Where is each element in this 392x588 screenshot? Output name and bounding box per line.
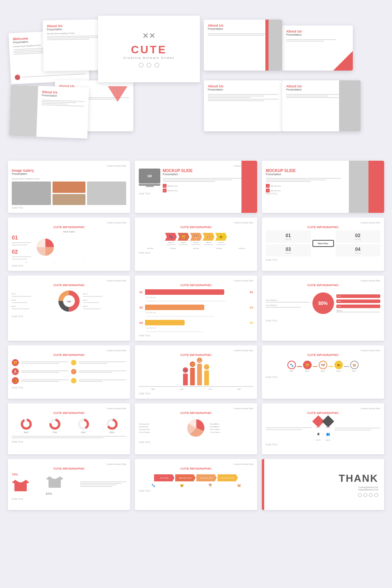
slide-thank-you[interactable]: THANK Contact@domino.Com Support@domino.… <box>262 459 384 510</box>
slide-infographic-tshirt[interactable]: Creative Animals Slide CUTE INFOGRAPHIC … <box>8 459 130 510</box>
chain-node-2: 🐱 Step 2 <box>303 361 312 372</box>
text-line <box>80 483 122 484</box>
slide-infographic-arrows[interactable]: Creative Animals Slide CUTE INFOGRAPHIC … <box>135 218 257 271</box>
quad-num: 02 <box>338 233 378 238</box>
gallery-img-4 <box>87 181 126 205</box>
arrows-container: 🐾 Step 01 🐱 Step 02 🐕 Step 03 🐹 Step 04 <box>139 233 253 245</box>
thank-contact-2: Support@domino.Com <box>339 488 378 491</box>
chain-line <box>297 366 302 367</box>
pink-accent <box>241 161 257 213</box>
legend-item: ● Satisfaction <box>139 426 182 428</box>
bar-value-1: 01 <box>245 290 253 294</box>
slide-infographic-icons[interactable]: Creative Animals Slide CUTE INFOGRAPHIC … <box>8 345 130 399</box>
slide-footer: SLIDE TITLE <box>12 265 126 267</box>
tool-items: Tool Item Tool Item Tool Item Tool Item … <box>139 247 253 249</box>
mockup-device: ⌨ <box>139 169 160 187</box>
slide-infographic-donut[interactable]: Creative Animals Slide CUTE INFOGRAPHIC … <box>8 276 130 341</box>
info-title: CUTE INFOGRAPHIC <box>266 353 380 357</box>
grid-row-3: Creative Animals Slide CUTE INFOGRAPHIC … <box>8 276 384 341</box>
slide-footer: SLIDE TITLE <box>12 441 126 443</box>
chain-circle-2: 🐱 <box>303 361 312 369</box>
left-item: Item 1 <box>12 293 55 295</box>
tshirt-right: 27% <box>46 473 77 495</box>
slide-infographic-process[interactable]: Creative Animals Slide CUTE INFOGRAPHIC … <box>135 459 257 510</box>
tool-label: Tool Item <box>239 247 245 249</box>
diamond-right-text <box>335 428 381 430</box>
quad-left: 01 Your text 03 Your text <box>266 230 311 256</box>
left-item: Item 2 <box>12 299 55 301</box>
icon-rows: 🐱 🐶 <box>12 359 126 384</box>
bar-label: Label <box>151 388 155 390</box>
slide-infographic-barchart[interactable]: Creative Animals Slide CUTE INFOGRAPHIC … <box>135 345 257 399</box>
slide-infographic-80pct[interactable]: Creative Animals Slide CUTE INFOGRAPHIC … <box>262 276 384 341</box>
donut-mini-item-3: 40% <box>77 418 90 434</box>
diamond-item-2: Info 02 <box>324 417 332 428</box>
right-box-3: 03% <box>336 305 381 308</box>
slide-mockup-2[interactable]: Creative Animals Slide MOCKUP SLIDE Pres… <box>262 161 384 213</box>
slide-subtitle: Presentation <box>12 172 126 175</box>
donut-pct-4: 65% <box>109 431 114 434</box>
chain-label: Step 1 <box>289 370 294 372</box>
slide-infographic-donuts[interactable]: Creative Animals Slide CUTE INFOGRAPHIC … <box>8 403 130 454</box>
slide-infographic-pie[interactable]: Creative Animals Slide CUTE INFOGRAPHIC … <box>8 218 130 271</box>
social-icon-ig <box>369 493 373 497</box>
proc-icon-4: 🐹 <box>237 484 241 487</box>
hero-slide-cat[interactable]: About Us Presentation <box>9 85 89 139</box>
mini-donut-3 <box>77 418 90 430</box>
slide-mockup-1[interactable]: Creative Animals Slide ⌨ MOCKUP SLIDE Pr… <box>135 161 257 213</box>
proc-step-3: ANOTHER STEP <box>196 474 217 481</box>
slide-image-gallery[interactable]: Creative Animals Slide Image Galery Pres… <box>8 161 130 213</box>
text-line <box>208 35 264 36</box>
bar-num-1: 01 <box>139 290 143 294</box>
chain-label: Step 3 <box>321 370 325 372</box>
chain-label: Step 2 <box>305 370 310 372</box>
icon-row-2: 🐶 <box>12 368 126 375</box>
info-title: CUTE INFOGRAPHIC <box>12 225 126 229</box>
hero-slide-about6[interactable]: About Us Presentation <box>204 80 282 131</box>
bar-icon-3: 🐕 <box>197 358 202 363</box>
diamond-item-4: 👥 Info 04 <box>324 430 332 441</box>
pie2-legend-right: Near Addition Near Addition Trust Creati… <box>210 423 254 433</box>
hero-about3-title: About Us <box>286 29 349 33</box>
pink-accent <box>368 161 384 213</box>
hero-slide-cute[interactable]: ✕✕ CUTE Creative Animals Slides <box>98 16 200 82</box>
legend-item: Near Addition <box>210 426 254 428</box>
slide-label: Creative Animals Slide <box>139 407 253 410</box>
mockup-text-area: MOCKUP SLIDE Presentation + Add Title He… <box>163 169 253 192</box>
social-icon <box>147 63 151 67</box>
pie-chart-container: 01 02 <box>12 234 126 260</box>
hero-slide-about7[interactable]: About Us Presentation <box>282 80 361 131</box>
chain-circle-4: 🐠 <box>334 361 343 369</box>
bar-icon-4: 🐹 <box>204 364 209 370</box>
slide-footer: SLIDE TITLE <box>266 319 380 322</box>
hero-slide-about3[interactable]: About Us Presentation <box>282 25 353 71</box>
pct-27: 27% <box>46 492 77 495</box>
info-title: CUTE INFOGRAPHIC <box>12 467 126 470</box>
slide-footer: SLIDE TITLE <box>139 252 253 254</box>
arrow-label-3: Step 03 <box>193 241 199 243</box>
slide-title: MOCKUP SLIDE <box>163 169 250 173</box>
slide-infographic-quad[interactable]: Creative Animals Slide CUTE INFOGRAPHIC … <box>262 218 384 271</box>
bar-fill-3 <box>145 320 185 325</box>
pink-accent <box>265 20 269 71</box>
tool-item: Tool Item <box>170 247 176 249</box>
text-line <box>336 312 381 312</box>
donut-mini-item-1: 90% <box>20 418 33 434</box>
bar-chart-v: 🐾 🐱 🐕 🐹 <box>139 360 253 385</box>
hero-section: Welcome Presentation Animals News Headli… <box>8 8 384 149</box>
chain-label: Step 5 <box>352 370 357 372</box>
legend-item: ● <box>111 261 112 263</box>
item-label-4: Add Title Here <box>271 190 281 192</box>
thank-title: THANK <box>339 472 378 485</box>
hero-slide-about2[interactable]: About Us Presentation <box>204 20 282 71</box>
quad-item-04: 04 Your text <box>336 244 381 256</box>
slide-infographic-diamonds[interactable]: Creative Animals Slide CUTE INFOGRAPHIC … <box>262 403 384 454</box>
tool-item: Tool Item <box>147 247 153 249</box>
slide-infographic-chain[interactable]: Creative Animals Slide CUTE INFOGRAPHIC … <box>262 345 384 399</box>
text-line <box>146 316 214 317</box>
slide-infographic-bars[interactable]: Creative Animals Slide CUTE INFOGRAPHIC … <box>135 276 257 341</box>
chain-node-4: 🐠 Step 4 <box>334 361 343 372</box>
legend-item: ● <box>54 261 55 263</box>
slide-infographic-pie2[interactable]: Creative Animals Slide CUTE INFOGRAPHIC … <box>135 403 257 454</box>
slide-footer: SLIDE TITLE <box>139 392 253 395</box>
